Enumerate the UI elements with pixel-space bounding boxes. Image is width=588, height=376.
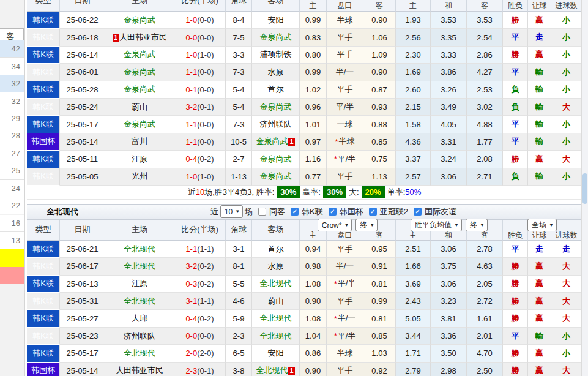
home-team-cell[interactable]: 全北现代 bbox=[105, 345, 174, 362]
handicap-name: 一球 bbox=[337, 119, 353, 130]
handicap-result-cell: 輸 bbox=[528, 81, 551, 99]
away-team-cell[interactable]: 金泉尚武 bbox=[252, 168, 300, 186]
away-team-cell[interactable]: 金泉尚武 bbox=[252, 29, 300, 46]
home-team-cell[interactable]: 1大田韩亚市民 bbox=[105, 29, 174, 46]
away-team-cell[interactable]: 水原 bbox=[252, 64, 300, 81]
handicap-cell: *平/半 bbox=[327, 151, 363, 168]
corner-cell: 8-1 bbox=[226, 258, 252, 275]
handicap-cell: 平手 bbox=[327, 363, 363, 376]
away-team-cell[interactable]: 首尔 bbox=[252, 81, 300, 99]
away-team-cell[interactable]: 金泉尚武1 bbox=[252, 133, 300, 151]
games-count-select[interactable]: 10▼ bbox=[220, 205, 243, 218]
handicap-result-cell: 贏 bbox=[528, 12, 551, 29]
away-team-cell[interactable]: 济州联队 bbox=[252, 116, 300, 133]
away-team-cell[interactable]: 全北现代1 bbox=[252, 363, 300, 376]
away-team-cell[interactable]: 安阳 bbox=[252, 12, 300, 29]
corner-cell: 2-3 bbox=[226, 328, 252, 345]
score-cell: 1-1(0-0) bbox=[174, 133, 226, 151]
away-team-cell[interactable]: 蔚山 bbox=[252, 293, 300, 310]
eu-draw-odds: 3.23 bbox=[431, 293, 467, 310]
away-team-cell[interactable]: 水原 bbox=[252, 258, 300, 275]
home-team-cell[interactable]: 金泉尚武 bbox=[105, 116, 174, 133]
away-team-name: 安阳 bbox=[268, 15, 284, 26]
eu-draw-odds: 3.75 bbox=[431, 258, 467, 275]
league-filter-label-friendly[interactable]: 国际友谊 bbox=[425, 206, 456, 217]
vertical-scrollbar[interactable] bbox=[581, 0, 588, 376]
col-eu-draw: 和 bbox=[431, 0, 467, 12]
corner-cell: 7-3 bbox=[226, 64, 252, 81]
home-team-name: 金泉尚武 bbox=[124, 67, 155, 78]
league-filter-checkbox-koreacup[interactable]: ✓ bbox=[329, 208, 337, 216]
home-team-cell[interactable]: 光州 bbox=[105, 168, 174, 186]
away-team-cell[interactable]: 金泉尚武 bbox=[252, 99, 300, 116]
home-team-cell[interactable]: 富川 bbox=[105, 133, 174, 151]
home-team-cell[interactable]: 全北现代 bbox=[105, 293, 174, 310]
home-team-cell[interactable]: 金泉尚武 bbox=[105, 64, 174, 81]
handicap-result-cell: 贏 bbox=[528, 47, 551, 64]
score-cell: 0-3(0-2) bbox=[174, 276, 226, 293]
eu-away-odds: 2.71 bbox=[467, 168, 503, 186]
away-team-cell[interactable]: 全北现代 bbox=[252, 276, 300, 293]
home-team-name: 金泉尚武 bbox=[124, 49, 155, 60]
home-team-cell[interactable]: 江原 bbox=[105, 276, 174, 293]
home-team-cell[interactable]: 全北现代 bbox=[105, 241, 174, 258]
league-filter-checkbox-acl2[interactable]: ✓ bbox=[369, 208, 377, 216]
halftime-score: (0-0) bbox=[197, 15, 214, 24]
away-team-cell[interactable]: 金泉尚武 bbox=[252, 151, 300, 168]
col-score: 比分(半场) bbox=[174, 220, 226, 241]
col-eu-home: 主 bbox=[396, 231, 431, 241]
score-cell: 3-2(0-2) bbox=[174, 258, 226, 275]
date-cell: 25-05-24 bbox=[60, 99, 105, 116]
away-team-cell[interactable]: 浦项制铁 bbox=[252, 47, 300, 64]
away-team-cell[interactable]: 安阳 bbox=[252, 345, 300, 362]
handicap-result-cell: 輸 bbox=[528, 168, 551, 186]
near-label: 近 bbox=[210, 206, 218, 217]
home-team-cell[interactable]: 大田韩亚市民 bbox=[105, 363, 174, 376]
score-cell: 0-4(0-2) bbox=[174, 310, 226, 327]
home-team-cell[interactable]: 金泉尚武 bbox=[105, 12, 174, 29]
fulltime-score: 3-2 bbox=[185, 102, 197, 111]
eu-away-odds: 2.01 bbox=[467, 328, 503, 345]
league-filter-checkbox-friendly[interactable]: ✓ bbox=[414, 208, 422, 216]
home-team-cell[interactable]: 蔚山 bbox=[105, 99, 174, 116]
home-team-cell[interactable]: 江原 bbox=[105, 151, 174, 168]
away-team-cell[interactable]: 首尔 bbox=[252, 241, 300, 258]
asia-away-odds: 0.91 bbox=[363, 258, 396, 275]
eu-draw-odds: 3.86 bbox=[431, 64, 467, 81]
handicap-name: 半球 bbox=[337, 348, 353, 359]
sidebar-odds-value: 22 bbox=[0, 197, 24, 214]
league-filter-label-acl2[interactable]: 亚冠联2 bbox=[380, 206, 408, 217]
home-team-cell[interactable]: 全北现代 bbox=[105, 258, 174, 275]
away-team-name: 浦项制铁 bbox=[260, 49, 292, 60]
eu-odds-type-select[interactable]: 胜平负均值▼ bbox=[411, 219, 462, 231]
league-cell: 韩K联 bbox=[27, 168, 60, 186]
away-team-name: 全北现代 bbox=[260, 278, 292, 289]
home-team-cell[interactable]: 大邱 bbox=[105, 310, 174, 327]
corner-cell: 8-4 bbox=[226, 12, 252, 29]
scrollbar-thumb[interactable] bbox=[582, 173, 587, 204]
away-team-cell[interactable]: 全北现代 bbox=[252, 328, 300, 345]
handicap-cell: 一球 bbox=[327, 116, 363, 133]
halftime-score: (2-0) bbox=[197, 348, 214, 358]
league-cell: 韩K联 bbox=[27, 29, 60, 46]
handicap-result-cell: 贏 bbox=[528, 310, 551, 327]
eu-home-odds: 3.44 bbox=[396, 328, 431, 345]
asia-time-select[interactable]: 终▼ bbox=[355, 219, 378, 231]
league-filter-checkbox-kleague[interactable]: ✓ bbox=[291, 208, 299, 216]
league-filter-label-koreacup[interactable]: 韩国杯 bbox=[340, 206, 363, 217]
result-cell: 平 bbox=[503, 133, 528, 151]
asia-home-odds: 0.97 bbox=[300, 133, 327, 151]
home-team-name: 蔚山 bbox=[132, 102, 147, 113]
away-team-name: 济州联队 bbox=[260, 119, 292, 130]
home-team-cell[interactable]: 金泉尚武 bbox=[105, 47, 174, 64]
same-away-checkbox[interactable] bbox=[258, 208, 266, 216]
eu-draw-odds: 3.53 bbox=[431, 12, 467, 29]
handicap-name: 平/半 bbox=[338, 331, 356, 342]
home-team-cell[interactable]: 金泉尚武 bbox=[105, 81, 174, 99]
filter-controls: 近 10▼ 场 同客 ✓ 韩K联 ✓ 韩国杯 ✓ 亚冠联2 ✓ 国际友谊 bbox=[210, 205, 456, 218]
away-team-cell[interactable]: 全北现代 bbox=[252, 310, 300, 327]
sidebar-odds-value: 24 bbox=[0, 180, 24, 197]
league-filter-label-kleague[interactable]: 韩K联 bbox=[302, 206, 323, 217]
away-team-name: 全北现代 bbox=[260, 331, 292, 342]
home-team-cell[interactable]: 济州联队 bbox=[105, 328, 174, 345]
